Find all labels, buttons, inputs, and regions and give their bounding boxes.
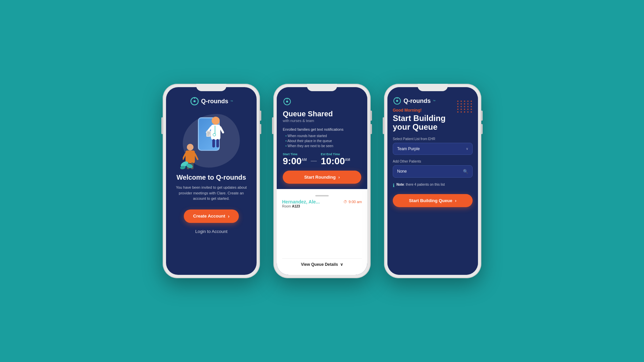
end-time-block: Est End Time 10:00AM [321, 153, 350, 166]
clock-icon: ⏱ [343, 200, 347, 204]
svg-rect-4 [211, 125, 220, 140]
login-link[interactable]: Login to Account [195, 229, 227, 234]
phone-2-screen: Queue Shared with nurses & team Enrolled… [277, 87, 367, 275]
svg-point-3 [212, 117, 220, 125]
create-account-button[interactable]: Create Account › [184, 209, 239, 223]
enrolled-text: Enrolled families get text notifications [283, 127, 361, 131]
start-time-label: Start Time [283, 153, 307, 156]
logo-text-1: Q-rounds [201, 98, 228, 105]
volume-up-btn-2 [371, 111, 372, 121]
leaves-svg [179, 156, 196, 169]
queue-bottom-section: Hernandez, Ale... ⏱ 9:00 am Room A123 Vi… [277, 189, 367, 275]
svg-rect-10 [216, 139, 219, 147]
volume-down-btn-3 [481, 124, 483, 134]
phone-notch-3 [418, 84, 448, 91]
info-icon: ℹ [393, 183, 394, 188]
start-rounding-button[interactable]: Start Rounding › [283, 171, 361, 184]
power-btn-3 [383, 117, 384, 134]
logo-area-1: Q-rounds ™ [190, 97, 233, 106]
bullet-3: When they are next to be seen [283, 144, 361, 148]
select-value: Team Purple [397, 146, 420, 151]
queue-times: Start Time 9:00AM — Est End Time 10:00AM [283, 153, 361, 166]
view-queue-details-button[interactable]: View Queue Details ∨ [282, 258, 362, 270]
arrow-icon: › [228, 214, 229, 219]
svg-point-28 [396, 100, 398, 102]
start-building-queue-button[interactable]: Start Building Queue › [393, 194, 473, 207]
qrounds-logo-icon-3 [393, 97, 401, 105]
svg-point-1 [194, 100, 196, 102]
select-patient-label: Select Patient List from EHR [393, 137, 473, 141]
svg-point-25 [286, 101, 288, 103]
start-time-block: Start Time 9:00AM [283, 153, 307, 166]
phone-notch-2 [307, 84, 337, 91]
start-time-value: 9:00AM [283, 157, 307, 166]
patient-row: Hernandez, Ale... ⏱ 9:00 am Room A123 [282, 199, 362, 208]
volume-up-btn [260, 111, 261, 121]
queue-top-section: Queue Shared with nurses & team Enrolled… [277, 87, 367, 189]
bullet-1: When rounds have started [283, 134, 361, 138]
phone-3: Q-rounds ™ Good Morning! Start Building … [384, 84, 481, 278]
logo-tm-3: ™ [433, 100, 435, 103]
power-btn [161, 117, 163, 134]
chevron-down-icon: ∨ [340, 262, 343, 267]
home-bar [315, 195, 329, 196]
build-title: Start Building your Queue [393, 114, 473, 132]
phone-1-screen: Q-rounds ™ [166, 87, 257, 275]
volume-down-btn-2 [371, 124, 372, 134]
patient-name: Hernandez, Ale... [282, 199, 320, 204]
note-text: Note: there 4 patients on this list [396, 182, 445, 187]
welcome-title: Welcome to Q-rounds [176, 174, 246, 181]
phone-3-screen: Q-rounds ™ Good Morning! Start Building … [387, 87, 478, 275]
dot-pattern [457, 101, 473, 113]
welcome-desc: You have been invited to get updates abo… [166, 185, 257, 201]
none-value: None [397, 169, 407, 174]
end-time-value: 10:00AM [321, 157, 350, 166]
qrounds-logo-icon-2 [283, 97, 291, 106]
time-separator: — [311, 157, 317, 164]
volume-up-btn-3 [481, 111, 483, 121]
logo-text-3: Q-rounds [404, 98, 431, 105]
queue-subtitle: with nurses & team [283, 119, 361, 123]
chevron-down-icon-select: ∨ [466, 147, 468, 150]
svg-point-15 [187, 144, 194, 150]
patient-list-select[interactable]: Team Purple ∨ [393, 143, 473, 155]
queue-title: Queue Shared [283, 110, 361, 118]
logo-tm-1: ™ [230, 100, 233, 103]
end-time-label: Est End Time [321, 153, 350, 156]
bullet-2: About their place in the queue [283, 139, 361, 143]
add-patients-search[interactable]: None 🔍 [393, 165, 473, 178]
phone-2: Queue Shared with nurses & team Enrolled… [273, 84, 371, 278]
svg-line-8 [220, 127, 223, 132]
search-icon: 🔍 [463, 169, 468, 174]
phone-1: Q-rounds ™ [163, 84, 260, 278]
welcome-illustration [178, 111, 245, 171]
arrow-icon-3: › [455, 198, 456, 203]
qrounds-logo-icon-1 [190, 97, 199, 106]
add-patients-label: Add Other Patients [393, 160, 473, 163]
patient-room: Room A123 [282, 204, 362, 208]
patient-time: ⏱ 9:00 am [343, 200, 362, 204]
volume-down-btn [260, 124, 261, 134]
phone-notch-1 [196, 84, 226, 91]
arrow-icon-2: › [338, 175, 340, 180]
note-row: ℹ Note: there 4 patients on this list [393, 182, 473, 188]
power-btn-2 [272, 117, 273, 134]
svg-rect-9 [212, 139, 215, 147]
